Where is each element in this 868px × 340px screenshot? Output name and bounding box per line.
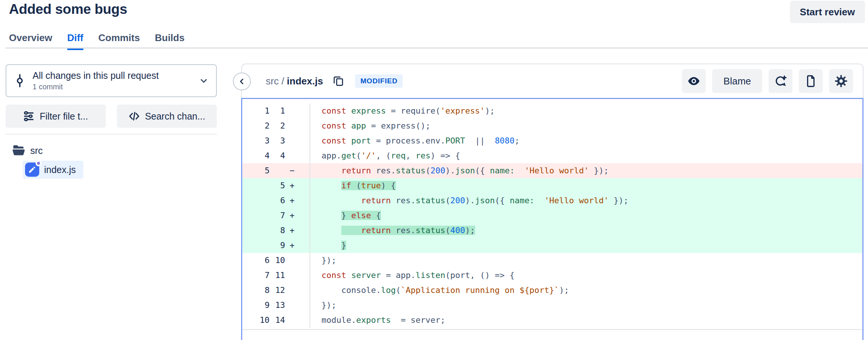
g-mark: + [285,223,310,238]
sidebar: All changes in this pull request 1 commi… [6,64,217,179]
filter-file-tree-label: Filter file t... [40,111,88,122]
folder-open-icon [12,145,25,157]
g-old: 9 [242,298,270,313]
diff-line[interactable]: 1014module.exports = server; [242,313,862,328]
chevron-down-icon [199,76,209,86]
line-gutter[interactable]: 812 [242,283,310,298]
g-new: 11 [270,268,285,283]
diff-line[interactable]: 22const app = express(); [242,118,862,133]
g-old: 2 [242,118,270,133]
g-old: 1 [242,103,270,118]
chevron-left-icon [237,77,246,86]
status-badge: MODIFIED [355,74,403,88]
commit-icon [14,74,26,88]
diff-line[interactable]: 33const port = process.env.PORT || 8080; [242,133,862,148]
g-old [242,238,270,253]
tree-folder-src[interactable]: src [6,143,217,158]
line-code: return res.status(200).json({ name: 'Hel… [310,163,862,178]
line-code: } else { [310,208,862,223]
g-new: 1 [270,103,285,118]
tree-file-label: index.js [44,164,76,175]
g-mark: + [285,178,310,193]
line-gutter[interactable]: 8+ [242,223,310,238]
viewed-toggle-button[interactable] [682,69,706,93]
diff-line[interactable]: 5+ if (true) { [242,178,862,193]
diff-line[interactable]: 711const server = app.listen(port, () =>… [242,268,862,283]
tree-file-indexjs[interactable]: index.js [23,161,83,179]
line-gutter[interactable]: 9+ [242,238,310,253]
breadcrumb: src / index.js [266,75,323,87]
file-icon [805,75,817,87]
g-mark [285,148,310,163]
diff-line[interactable]: 44app.get('/', (req, res) => { [242,148,862,163]
tab-divider [6,47,868,49]
g-new: 5 [270,178,285,193]
g-new: 13 [270,298,285,313]
line-code: console.log(`Application running on ${po… [310,283,862,298]
modified-file-icon [25,163,39,177]
copy-path-button[interactable] [333,75,344,87]
diff-line[interactable]: 913}); [242,298,862,313]
g-mark: + [285,238,310,253]
line-code: }); [310,298,862,313]
diff-line[interactable]: 7+ } else { [242,208,862,223]
line-gutter[interactable]: 5− [242,163,310,178]
diff-line[interactable]: 6+ return res.status(200).json({ name: '… [242,193,862,208]
g-new: 9 [270,238,285,253]
g-mark: + [285,208,310,223]
diff-line[interactable]: 5− return res.status(200).json({ name: '… [242,163,862,178]
scope-subtitle: 1 commit [33,83,159,91]
tree-folder-label: src [30,145,43,156]
line-code: return res.status(400); [310,223,862,238]
view-source-button[interactable] [799,69,823,93]
line-code: const app = express(); [310,118,862,133]
breadcrumb-file: index.js [287,75,323,87]
g-old [242,178,270,193]
g-new: 2 [270,118,285,133]
diff-line[interactable]: 8+ return res.status(400); [242,223,862,238]
g-old: 7 [242,268,270,283]
g-new [270,163,285,178]
line-code: } [310,238,862,253]
search-changes-button[interactable]: Search chan... [117,105,217,128]
collapse-sidebar-button[interactable] [233,72,251,90]
line-gutter[interactable]: 610 [242,253,310,268]
line-gutter[interactable]: 22 [242,118,310,133]
line-gutter[interactable]: 6+ [242,193,310,208]
g-new: 3 [270,133,285,148]
g-new: 6 [270,193,285,208]
diff-line[interactable]: 9+ } [242,238,862,253]
diff-settings-button[interactable] [829,69,853,93]
g-mark: − [285,163,310,178]
line-gutter[interactable]: 1014 [242,313,310,328]
diff-line[interactable]: 11const express = require('express'); [242,103,862,118]
line-code: const server = app.listen(port, () => { [310,268,862,283]
line-code: const port = process.env.PORT || 8080; [310,133,862,148]
diff-toolbar: Blame [682,69,853,93]
line-gutter[interactable]: 11 [242,103,310,118]
diff-line[interactable]: 812 console.log(`Application running on … [242,283,862,298]
g-mark [285,298,310,313]
breadcrumb-dir: src [266,75,279,87]
toggle-comments-button[interactable] [769,69,792,93]
line-gutter[interactable]: 913 [242,298,310,313]
g-old: 4 [242,148,270,163]
line-gutter[interactable]: 44 [242,148,310,163]
g-mark [285,283,310,298]
line-code: app.get('/', (req, res) => { [310,148,862,163]
diff-line[interactable]: 610}); [242,253,862,268]
blame-button[interactable]: Blame [712,69,762,93]
scope-title: All changes in this pull request [33,70,159,81]
line-gutter[interactable]: 7+ [242,208,310,223]
filter-file-tree-button[interactable]: Filter file t... [6,105,106,128]
g-new: 14 [270,313,285,328]
line-code: if (true) { [310,178,862,193]
diff-panel: src / index.js MODIFIED Bla [241,64,864,340]
g-new: 8 [270,223,285,238]
line-gutter[interactable]: 33 [242,133,310,148]
line-gutter[interactable]: 711 [242,268,310,283]
start-review-button[interactable]: Start review [790,1,865,23]
changes-scope-selector[interactable]: All changes in this pull request 1 commi… [6,64,217,97]
g-old [242,223,270,238]
line-gutter[interactable]: 5+ [242,178,310,193]
